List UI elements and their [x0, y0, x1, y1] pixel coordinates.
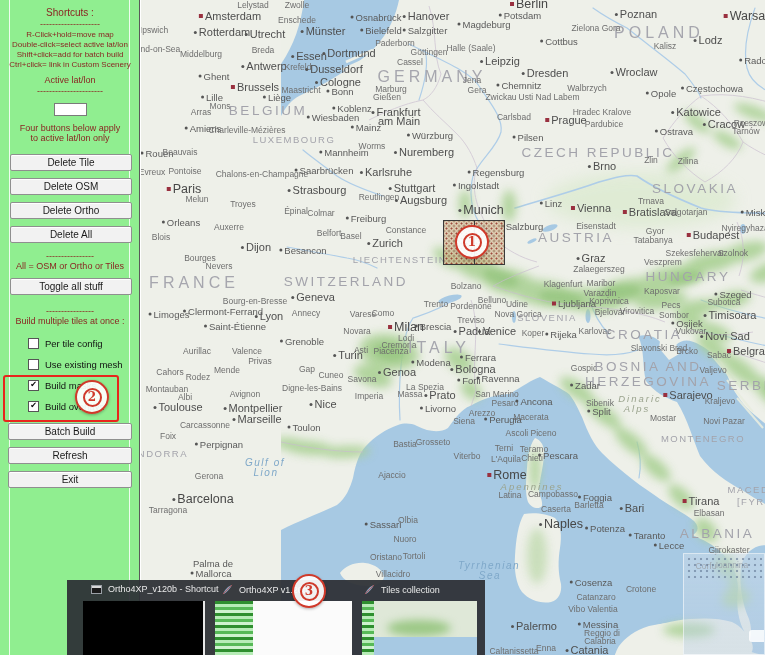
map-label: Hradec Kralove	[573, 107, 632, 117]
city-dot-icon	[629, 534, 632, 537]
map-label: HUNGARY	[646, 269, 731, 284]
annotation-circle-1: 1	[455, 225, 489, 259]
city-dot-icon	[585, 527, 588, 530]
city-dot-icon	[654, 544, 657, 547]
checkbox-per-tile-config[interactable]: Per tile config	[28, 338, 103, 348]
map-label: Grenoble	[280, 336, 324, 347]
city-dot-icon	[305, 68, 308, 71]
capital-marker-icon	[199, 14, 203, 18]
map-label: Lion	[254, 467, 279, 478]
city-dot-icon	[522, 72, 525, 75]
map-label: Ascoli Piceno	[505, 428, 556, 438]
delete-ortho-button[interactable]: Delete Ortho	[10, 202, 132, 219]
map-label: Breda	[252, 45, 275, 55]
refresh-button[interactable]: Refresh	[8, 447, 132, 464]
delete-all-button[interactable]: Delete All	[10, 226, 132, 243]
map-label: Salgotarjan	[664, 207, 707, 217]
map-label: LIECHTENSTEIN	[353, 254, 447, 265]
map-label: Campobasso	[528, 489, 578, 499]
map-label: Valence	[232, 346, 262, 356]
map-label: Opole	[646, 88, 676, 99]
app-preview-thumbnail[interactable]	[215, 601, 352, 655]
taskbar-window-ortho4xp[interactable]: Ortho4XP v1.20b	[207, 580, 360, 655]
city-dot-icon	[694, 39, 697, 42]
map-label: Liège	[263, 92, 291, 103]
city-dot-icon	[149, 313, 152, 316]
app-preview-map	[253, 601, 352, 655]
city-dot-icon	[460, 356, 463, 359]
map-label: Middelburg	[180, 49, 222, 59]
city-dot-icon	[333, 354, 336, 357]
city-dot-icon	[407, 134, 410, 137]
map-label: Nuremberg	[394, 146, 454, 158]
map-label: Split	[587, 406, 610, 417]
feather-icon	[222, 584, 233, 595]
map-label: Vibo Valentia	[568, 604, 617, 614]
map-label: Belluno	[478, 295, 506, 305]
checkbox-box[interactable]	[28, 359, 39, 370]
map-label: Catanzaro	[576, 592, 615, 602]
city-dot-icon	[700, 335, 703, 338]
city-dot-icon	[671, 111, 674, 114]
shortcut-instruction-line: Ctrl+click= link in Custom Scenery	[0, 60, 140, 70]
city-dot-icon	[280, 340, 283, 343]
city-dot-icon	[351, 16, 354, 19]
map-label: Mende	[214, 365, 240, 375]
city-dot-icon	[279, 249, 282, 252]
delete-tile-button[interactable]: Delete Tile	[10, 154, 132, 171]
capital-marker-icon	[388, 325, 392, 329]
city-dot-icon	[570, 384, 573, 387]
map-label: Constance	[386, 225, 427, 235]
corner-overlay-blob	[749, 630, 764, 642]
shortcut-instruction-line: Shift+click=add for batch build	[0, 50, 140, 60]
city-dot-icon	[307, 116, 310, 119]
checkbox-box[interactable]	[28, 338, 39, 349]
map-label: Maribor	[587, 278, 616, 288]
exit-button[interactable]: Exit	[8, 471, 132, 488]
active-latlon-input[interactable]	[54, 103, 87, 116]
city-dot-icon	[741, 211, 744, 214]
tiles-preview-map	[362, 601, 477, 655]
map-label: Viterbo	[454, 451, 481, 461]
console-preview-thumbnail[interactable]	[83, 601, 205, 655]
city-dot-icon	[204, 325, 207, 328]
checkbox-use-existing-mesh[interactable]: Use existing mesh	[28, 359, 123, 369]
map-label: Paderborn	[375, 38, 415, 48]
toggle-all-stuff-button[interactable]: Toggle all stuff	[10, 278, 132, 295]
map-label: Massa	[397, 389, 422, 399]
taskbar-window-console[interactable]: Ortho4XP_v120b - Shortcut	[67, 580, 207, 655]
map-label: BOSNIA AND	[595, 359, 702, 374]
map-label: Mostar	[650, 413, 676, 423]
map-label: Novi Sad	[700, 330, 750, 342]
tiles-preview-thumbnail[interactable]	[362, 601, 477, 655]
delete-osm-button[interactable]: Delete OSM	[10, 178, 132, 195]
map-label: Pilsen	[513, 132, 544, 143]
map-label: Mons	[210, 101, 231, 111]
city-dot-icon	[153, 406, 156, 409]
map-label: Asti	[354, 345, 368, 355]
city-dot-icon	[291, 55, 294, 58]
map-label: Klagenfurt	[544, 279, 583, 289]
map-label: Potenza	[585, 523, 625, 534]
map-label: Troyes	[230, 199, 256, 209]
map-label: Evreux	[140, 167, 165, 177]
taskbar-window-tiles-collection[interactable]: Tiles collection	[360, 580, 485, 655]
map-label: Bari	[620, 502, 645, 514]
map-label: Pescara	[538, 450, 578, 461]
map-label: Göttingen	[411, 47, 448, 57]
city-dot-icon	[615, 13, 618, 16]
map-canvas[interactable]: IpswichSouthend-on-SeaZwolleLelystadAmst…	[140, 0, 765, 655]
map-label: Zielona Gora	[571, 23, 620, 33]
capital-marker-icon	[510, 2, 514, 6]
city-dot-icon	[578, 623, 581, 626]
batch-build-button[interactable]: Batch Build	[8, 423, 132, 440]
map-label: Ostrava	[655, 126, 693, 137]
city-dot-icon	[332, 107, 335, 110]
map-label: Nuoro	[393, 534, 416, 544]
city-dot-icon	[295, 169, 298, 172]
map-label: Caltanissetta	[489, 646, 538, 655]
map-label: Koper	[522, 328, 545, 338]
map-label: am Main	[378, 115, 420, 127]
map-label: Pecs	[662, 300, 681, 310]
map-label: Tarragona	[149, 505, 187, 515]
